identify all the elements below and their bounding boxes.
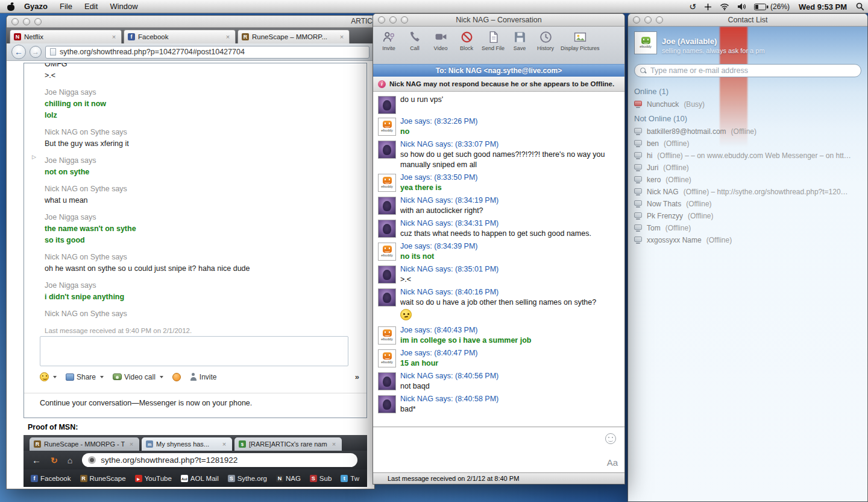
my-avatar[interactable]: [634, 31, 657, 54]
chat-line: lolz: [45, 110, 360, 121]
chat-block: Joe Nigga says not on sythe: [45, 156, 360, 177]
emoticon-picker-icon[interactable]: [605, 433, 616, 444]
bookmark-sythe: Sythe.org: [228, 475, 267, 482]
close-window-button[interactable]: [11, 18, 19, 25]
contact-status: (Offline): [706, 236, 732, 244]
conversation-history[interactable]: do u run vps' Joe says: (8:32:26 PM) no …: [373, 92, 624, 427]
chat-line: not on sythe: [45, 167, 360, 177]
minimize-window-button[interactable]: [644, 16, 652, 24]
contact-row[interactable]: Nick NAG (Offline) – http://sythe.org/sh…: [634, 186, 861, 198]
invite-label: Invite: [200, 373, 217, 381]
close-tab-icon: [221, 440, 228, 448]
zoom-window-button[interactable]: [656, 16, 663, 24]
browser-window-title: ARTIC: [351, 17, 373, 25]
close-tab-icon[interactable]: [338, 33, 345, 40]
section-not-online[interactable]: Not Online (10): [634, 114, 861, 123]
crosshair-icon[interactable]: [704, 0, 712, 13]
block-button[interactable]: Block: [456, 30, 477, 51]
history-button[interactable]: History: [535, 30, 556, 51]
contact-search-field[interactable]: [634, 64, 861, 77]
message-text: no: [400, 127, 621, 137]
my-display-name[interactable]: Joe (Available): [662, 37, 765, 46]
minimize-window-button[interactable]: [389, 16, 397, 24]
chat-sender: Nick NAG on Sythe says: [45, 184, 360, 194]
sythe-favicon: [239, 440, 246, 448]
minimize-window-button[interactable]: [23, 18, 30, 25]
contact-row[interactable]: xxgossyxx Name (Offline): [634, 234, 861, 246]
contact-status: (Offline) – – on www.ebuddy.com Web Mess…: [657, 151, 851, 160]
menu-clock[interactable]: Wed 9:53 PM: [797, 2, 848, 11]
volume-icon[interactable]: [737, 0, 746, 13]
text-format-button[interactable]: Aa: [607, 457, 618, 468]
contact-row[interactable]: Now Thats (Offline): [634, 198, 861, 210]
app-menu-name[interactable]: Gyazo: [18, 0, 54, 13]
tab-netflix[interactable]: Netflix: [10, 30, 122, 43]
contact-row[interactable]: hi (Offline) – – on www.ebuddy.com Web M…: [634, 150, 861, 162]
chrome-bookmarks-bar: Facebook RuneScape YouTube AOL Mail Syth…: [24, 469, 367, 487]
display-pictures-button[interactable]: Display Pictures: [561, 30, 600, 51]
message-text: no its not: [400, 252, 621, 262]
my-status-message[interactable]: selling names. always ask for a pm: [662, 47, 765, 54]
floppy-disk-icon: [513, 30, 527, 44]
chat-sender: Joe Nigga says: [45, 281, 360, 291]
nick-avatar: [378, 372, 396, 390]
menu-edit[interactable]: Edit: [78, 0, 104, 13]
save-button[interactable]: Save: [509, 30, 530, 51]
zoom-window-button[interactable]: [34, 18, 42, 25]
zoom-window-button[interactable]: [401, 16, 408, 24]
time-machine-icon[interactable]: ↺: [689, 0, 696, 13]
joe-ebuddy-avatar: [378, 349, 396, 367]
address-bar[interactable]: sythe.org/showthread.php?p=10427704#post…: [45, 46, 370, 59]
joe-ebuddy-avatar: [378, 243, 396, 261]
message-text: with an autoclicker right?: [400, 206, 621, 216]
contact-row[interactable]: Juri (Offline): [634, 162, 861, 174]
share-label: Share: [77, 373, 96, 381]
call-button[interactable]: Call: [404, 30, 426, 51]
message-sender-time: Joe says: (8:33:50 PM): [400, 173, 621, 183]
my-status-header[interactable]: Joe (Available) selling names. always as…: [628, 27, 867, 62]
contact-row[interactable]: kero (Offline): [634, 174, 861, 186]
contact-row[interactable]: batkiller89@hotmail.com (Offline): [634, 126, 861, 138]
msn-footer-note: Continue your conversation—Messenger is …: [40, 399, 252, 407]
offline-status-icon: [634, 188, 642, 195]
section-online[interactable]: Online (1): [634, 87, 861, 96]
contact-row[interactable]: ben (Offline): [634, 138, 861, 150]
spotlight-icon[interactable]: [856, 0, 864, 13]
contact-list-titlebar: Contact List: [628, 14, 867, 27]
video-button[interactable]: Video: [430, 30, 451, 51]
contact-row[interactable]: Nunchuck (Busy): [634, 98, 861, 110]
chat-message: Joe says: (8:32:26 PM) no: [377, 116, 621, 137]
apple-menu-icon[interactable]: [7, 2, 14, 11]
close-tab-icon[interactable]: [110, 33, 118, 40]
tab-facebook[interactable]: Facebook: [124, 30, 236, 43]
back-button[interactable]: [11, 45, 26, 59]
contact-status: (Offline): [664, 139, 689, 148]
close-window-button[interactable]: [633, 16, 640, 24]
close-window-button[interactable]: [378, 16, 385, 24]
message-text: not baqd: [400, 381, 621, 392]
message-text: im in college so i have a summer job: [400, 335, 621, 346]
close-tab-icon[interactable]: [224, 33, 231, 40]
message-input-area[interactable]: Aa: [373, 427, 624, 472]
clock-icon: [539, 30, 553, 44]
search-input[interactable]: [650, 66, 855, 75]
send-file-button[interactable]: Send File: [482, 30, 505, 51]
menu-file[interactable]: File: [54, 0, 78, 13]
contact-row[interactable]: Tom (Offline): [634, 222, 861, 234]
search-icon: [640, 68, 647, 74]
invite-button[interactable]: Invite: [378, 30, 400, 51]
contact-row[interactable]: Pk Frenzyy (Offline): [634, 210, 861, 222]
battery-indicator[interactable]: (26%): [754, 2, 790, 11]
contact-name: batkiller89@hotmail.com: [647, 127, 726, 136]
chrome-screenshot-image: RuneScape - MMORPG - Th My shyness has..…: [24, 435, 367, 487]
tab-label: Netflix: [24, 33, 107, 40]
wifi-icon[interactable]: [720, 0, 729, 13]
message-text: >.<: [400, 275, 621, 285]
nick-avatar: [378, 265, 396, 284]
menu-window[interactable]: Window: [104, 0, 143, 13]
share-button: Share: [66, 373, 104, 381]
conversation-window: Nick NAG – Conversation Invite Call Vide…: [373, 13, 625, 485]
tab-runescape[interactable]: RuneScape – MMORP...: [237, 30, 350, 43]
chat-sender: Joe Nigga says: [45, 87, 360, 98]
forward-button[interactable]: [30, 46, 42, 58]
